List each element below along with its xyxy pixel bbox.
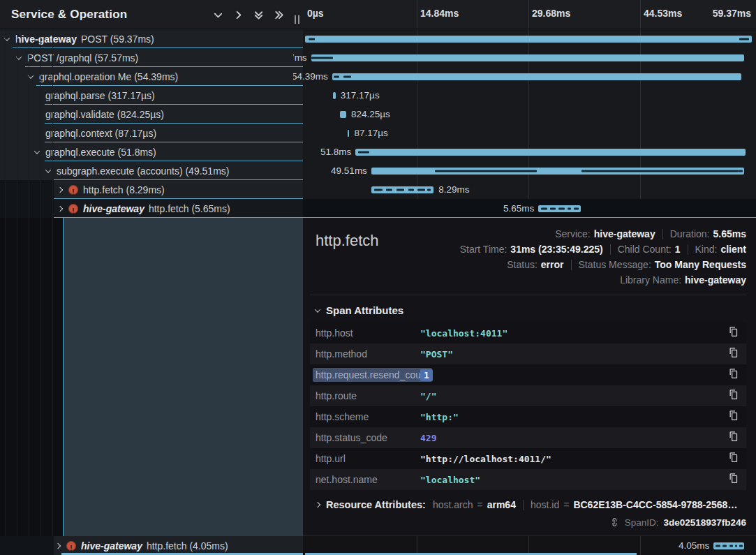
expander-icon[interactable] (44, 169, 52, 173)
tick-label: 59.37ms (713, 8, 751, 19)
expander-icon[interactable] (54, 544, 62, 548)
link-icon[interactable] (606, 515, 622, 531)
span-bar[interactable] (340, 111, 346, 118)
meta-label: Library Name: (620, 274, 681, 286)
chevron-right-icon (316, 502, 320, 508)
expander-icon (33, 131, 41, 135)
attribute-key: http.request.resend_count (313, 368, 432, 382)
attribute-row: net.host.name"localhost" (310, 469, 746, 490)
attribute-row-selected: http.request.resend_count1 (310, 364, 746, 385)
expander-icon[interactable] (56, 188, 64, 192)
attribute-row: http.route"/" (310, 385, 746, 406)
duration-label: 8.29ms (438, 180, 469, 199)
tick-label: 44.53ms (644, 8, 682, 19)
tick-label: 0µs (307, 8, 324, 19)
copy-icon[interactable] (727, 326, 739, 340)
span-bar[interactable] (332, 73, 741, 80)
span-attributes-toggle[interactable]: Span Attributes (316, 304, 746, 316)
span-bar[interactable] (713, 542, 744, 549)
duration-label: 54.39ms (293, 67, 328, 86)
span-tree-row-selected[interactable]: hive-gatewayhttp.fetch (5.65ms) (0, 199, 303, 218)
duration-label: 87.17µs (354, 124, 387, 142)
waterfall: 57.57ms 54.39ms 317.17µs 824.25µs 87.17µ… (293, 29, 756, 218)
span-tree-row[interactable]: subgraph.execute (accounts) (49.51ms) (0, 161, 303, 180)
copy-icon[interactable] (727, 431, 739, 445)
meta-value: 1 (675, 244, 681, 255)
resource-key: host.arch (433, 499, 473, 510)
attribute-key: http.route (316, 390, 420, 401)
attribute-row: http.scheme"http:" (310, 406, 746, 427)
meta-value: Too Many Requests (655, 259, 746, 270)
span-tree-row[interactable]: graphql.execute (51.8ms) (0, 142, 303, 161)
duration-label: 317.17µs (341, 86, 380, 105)
duration-label: 4.05ms (679, 536, 709, 555)
copy-icon[interactable] (727, 410, 739, 424)
expand-one-icon[interactable] (232, 9, 244, 20)
copy-icon[interactable] (727, 389, 739, 403)
span-bar[interactable] (355, 149, 745, 156)
meta-value: client (720, 244, 746, 255)
span-bar[interactable] (538, 205, 581, 212)
span-bar[interactable] (311, 54, 745, 61)
span-tree-row[interactable]: http.fetch (8.29ms) (0, 180, 303, 199)
meta-value: hive-gateway (594, 228, 655, 239)
meta-value: error (541, 259, 564, 270)
span-bar[interactable] (371, 186, 433, 193)
resource-attributes-row[interactable]: Resource Attributes: host.arch=arm64 hos… (316, 499, 746, 510)
duration-label: 51.8ms (320, 142, 351, 161)
span-bar[interactable] (348, 130, 349, 137)
meta-value: 5.65ms (713, 228, 746, 239)
attribute-value: "localhost:4011" (420, 328, 727, 339)
collapse-all-icon[interactable] (253, 9, 264, 20)
span-tree-row[interactable]: graphql.parse (317.17µs) (0, 86, 303, 105)
expander-icon[interactable] (15, 56, 23, 60)
attribute-value: "localhost" (420, 475, 727, 485)
span-waterfall-row: 8.29ms (293, 180, 756, 199)
span-service: hive-gateway (81, 540, 142, 552)
span-label: graphql.parse (317.17µs) (45, 90, 155, 101)
resource-value: BC62E13B-C4CC-5854-9788-2568… (573, 499, 737, 510)
expander-icon[interactable] (33, 150, 41, 154)
copy-icon[interactable] (727, 452, 739, 466)
span-tree-row[interactable]: graphql.operation Me (54.39ms) (0, 67, 303, 86)
expander-icon[interactable] (56, 207, 64, 211)
span-tree-row[interactable]: graphql.context (87.17µs) (0, 124, 303, 142)
meta-separator (662, 229, 663, 239)
tick-label: 14.84ms (420, 8, 459, 19)
meta-value: hive-gateway (685, 274, 746, 286)
copy-icon[interactable] (727, 473, 739, 487)
span-bar[interactable] (305, 36, 752, 43)
tree-header: Service & Operation (0, 0, 303, 29)
meta-label: Child Count: (618, 244, 672, 255)
attribute-value: 1 (420, 369, 433, 381)
span-bar[interactable] (333, 92, 335, 99)
divider (310, 295, 746, 295)
span-tree: hive-gatewayPOST (59.37ms) POST /graphql… (0, 29, 303, 218)
expander-icon (33, 112, 41, 117)
meta-separator (610, 244, 611, 255)
copy-icon[interactable] (727, 347, 739, 361)
meta-label: Status Message: (579, 259, 651, 270)
span-bar[interactable] (371, 168, 744, 175)
span-id-row: SpanID: 3de02518937fb246 (310, 517, 746, 528)
collapse-one-icon[interactable] (212, 9, 223, 20)
span-tree-row[interactable]: POST /graphql (57.57ms) (0, 48, 303, 67)
span-tree-row[interactable]: graphql.validate (824.25µs) (0, 105, 303, 124)
timeline-ruler: 0µs 14.84ms 29.68ms 44.53ms 59.37ms (303, 0, 756, 29)
panel-resize-handle[interactable] (295, 15, 299, 24)
expand-all-icon[interactable] (273, 9, 284, 20)
span-tree-row[interactable]: hive-gatewayPOST (59.37ms) (0, 29, 303, 48)
span-tree-row[interactable]: hive-gatewayhttp.fetch (4.05ms) (0, 536, 303, 555)
span-waterfall-row: 317.17µs (293, 86, 756, 105)
copy-icon[interactable] (727, 368, 739, 382)
span-waterfall-row: 57.57ms (293, 48, 756, 67)
expander-icon[interactable] (3, 37, 11, 41)
trace-viewer: hive-gatewayPOST (59.37ms) POST /graphql… (0, 0, 756, 555)
span-label: POST (59.37ms) (81, 34, 154, 45)
resource-value: arm64 (487, 499, 516, 510)
span-attributes-title: Span Attributes (326, 304, 403, 316)
attribute-value: "POST" (420, 349, 727, 360)
expander-icon[interactable] (27, 75, 35, 79)
duration-label: 5.65ms (503, 199, 534, 218)
span-id-label: SpanID: (625, 517, 659, 528)
